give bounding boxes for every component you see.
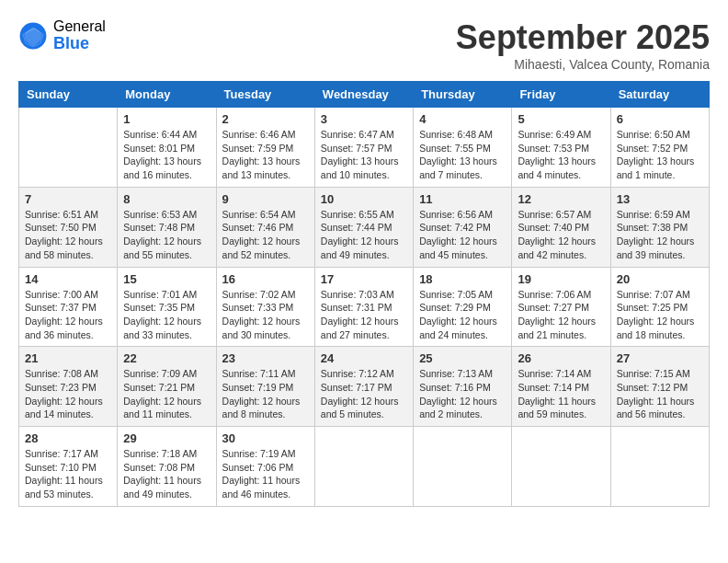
day-number: 22 [123, 351, 210, 365]
day-info: Sunrise: 6:51 AM Sunset: 7:50 PM Dayligh… [25, 208, 111, 262]
day-info: Sunrise: 6:46 AM Sunset: 7:59 PM Dayligh… [222, 128, 309, 182]
day-number: 5 [518, 112, 604, 126]
calendar-cell [19, 108, 118, 188]
day-number: 30 [222, 431, 309, 445]
day-info: Sunrise: 6:47 AM Sunset: 7:57 PM Dayligh… [321, 128, 407, 182]
day-info: Sunrise: 7:05 AM Sunset: 7:29 PM Dayligh… [419, 288, 506, 342]
day-number: 24 [321, 351, 407, 365]
day-number: 6 [617, 112, 703, 126]
day-info: Sunrise: 7:02 AM Sunset: 7:33 PM Dayligh… [222, 288, 309, 342]
location: Mihaesti, Valcea County, Romania [456, 57, 710, 72]
calendar-cell: 24Sunrise: 7:12 AM Sunset: 7:17 PM Dayli… [314, 347, 413, 427]
day-info: Sunrise: 6:59 AM Sunset: 7:38 PM Dayligh… [617, 208, 703, 262]
calendar-cell [414, 427, 512, 507]
day-info: Sunrise: 7:17 AM Sunset: 7:10 PM Dayligh… [25, 447, 111, 501]
day-number: 9 [222, 192, 309, 206]
day-info: Sunrise: 6:54 AM Sunset: 7:46 PM Dayligh… [222, 208, 309, 262]
calendar-cell [314, 427, 413, 507]
day-number: 13 [617, 192, 703, 206]
day-number: 29 [123, 431, 210, 445]
day-number: 10 [321, 192, 407, 206]
calendar-cell: 6Sunrise: 6:50 AM Sunset: 7:52 PM Daylig… [610, 108, 709, 188]
day-number: 17 [321, 272, 407, 286]
day-info: Sunrise: 7:11 AM Sunset: 7:19 PM Dayligh… [222, 367, 309, 421]
calendar-cell: 29Sunrise: 7:18 AM Sunset: 7:08 PM Dayli… [118, 427, 216, 507]
day-number: 14 [25, 272, 111, 286]
calendar-week-row: 14Sunrise: 7:00 AM Sunset: 7:37 PM Dayli… [19, 267, 710, 347]
day-header-sunday: Sunday [19, 82, 118, 108]
calendar-cell: 3Sunrise: 6:47 AM Sunset: 7:57 PM Daylig… [314, 108, 413, 188]
calendar-week-row: 1Sunrise: 6:44 AM Sunset: 8:01 PM Daylig… [19, 108, 710, 188]
day-header-tuesday: Tuesday [216, 82, 314, 108]
calendar-week-row: 21Sunrise: 7:08 AM Sunset: 7:23 PM Dayli… [19, 347, 710, 427]
logo-blue: Blue [53, 35, 106, 53]
day-number: 4 [419, 112, 506, 126]
day-header-saturday: Saturday [610, 82, 709, 108]
day-info: Sunrise: 6:48 AM Sunset: 7:55 PM Dayligh… [419, 128, 506, 182]
day-number: 12 [518, 192, 604, 206]
day-number: 26 [518, 351, 604, 365]
day-header-monday: Monday [118, 82, 216, 108]
calendar-cell: 26Sunrise: 7:14 AM Sunset: 7:14 PM Dayli… [512, 347, 610, 427]
calendar-header-row: SundayMondayTuesdayWednesdayThursdayFrid… [19, 82, 710, 108]
day-info: Sunrise: 7:13 AM Sunset: 7:16 PM Dayligh… [419, 367, 506, 421]
calendar-cell: 8Sunrise: 6:53 AM Sunset: 7:48 PM Daylig… [118, 187, 216, 267]
calendar-cell: 27Sunrise: 7:15 AM Sunset: 7:12 PM Dayli… [610, 347, 709, 427]
day-header-friday: Friday [512, 82, 610, 108]
day-number: 15 [123, 272, 210, 286]
day-info: Sunrise: 7:08 AM Sunset: 7:23 PM Dayligh… [25, 367, 111, 421]
calendar-cell [512, 427, 610, 507]
day-info: Sunrise: 7:12 AM Sunset: 7:17 PM Dayligh… [321, 367, 407, 421]
day-info: Sunrise: 6:56 AM Sunset: 7:42 PM Dayligh… [419, 208, 506, 262]
calendar-cell: 18Sunrise: 7:05 AM Sunset: 7:29 PM Dayli… [414, 267, 512, 347]
day-info: Sunrise: 7:09 AM Sunset: 7:21 PM Dayligh… [123, 367, 210, 421]
logo-icon [18, 21, 48, 51]
day-number: 18 [419, 272, 506, 286]
calendar-cell: 13Sunrise: 6:59 AM Sunset: 7:38 PM Dayli… [610, 187, 709, 267]
day-info: Sunrise: 7:19 AM Sunset: 7:06 PM Dayligh… [222, 447, 309, 501]
day-number: 1 [123, 112, 210, 126]
calendar-cell: 25Sunrise: 7:13 AM Sunset: 7:16 PM Dayli… [414, 347, 512, 427]
calendar-cell: 14Sunrise: 7:00 AM Sunset: 7:37 PM Dayli… [19, 267, 118, 347]
calendar-cell: 16Sunrise: 7:02 AM Sunset: 7:33 PM Dayli… [216, 267, 314, 347]
day-info: Sunrise: 6:57 AM Sunset: 7:40 PM Dayligh… [518, 208, 604, 262]
calendar-cell: 10Sunrise: 6:55 AM Sunset: 7:44 PM Dayli… [314, 187, 413, 267]
page-header: General Blue September 2025 Mihaesti, Va… [18, 18, 710, 72]
day-info: Sunrise: 6:55 AM Sunset: 7:44 PM Dayligh… [321, 208, 407, 262]
day-info: Sunrise: 6:49 AM Sunset: 7:53 PM Dayligh… [518, 128, 604, 182]
logo-general: General [53, 18, 106, 35]
day-info: Sunrise: 7:00 AM Sunset: 7:37 PM Dayligh… [25, 288, 111, 342]
day-info: Sunrise: 6:44 AM Sunset: 8:01 PM Dayligh… [123, 128, 210, 182]
day-header-wednesday: Wednesday [314, 82, 413, 108]
calendar-week-row: 7Sunrise: 6:51 AM Sunset: 7:50 PM Daylig… [19, 187, 710, 267]
calendar-cell: 30Sunrise: 7:19 AM Sunset: 7:06 PM Dayli… [216, 427, 314, 507]
day-info: Sunrise: 7:07 AM Sunset: 7:25 PM Dayligh… [617, 288, 703, 342]
calendar-cell [610, 427, 709, 507]
calendar-cell: 23Sunrise: 7:11 AM Sunset: 7:19 PM Dayli… [216, 347, 314, 427]
calendar-cell: 1Sunrise: 6:44 AM Sunset: 8:01 PM Daylig… [118, 108, 216, 188]
calendar-cell: 15Sunrise: 7:01 AM Sunset: 7:35 PM Dayli… [118, 267, 216, 347]
calendar-cell: 11Sunrise: 6:56 AM Sunset: 7:42 PM Dayli… [414, 187, 512, 267]
day-info: Sunrise: 6:50 AM Sunset: 7:52 PM Dayligh… [617, 128, 703, 182]
day-number: 27 [617, 351, 703, 365]
calendar-cell: 22Sunrise: 7:09 AM Sunset: 7:21 PM Dayli… [118, 347, 216, 427]
calendar-cell: 19Sunrise: 7:06 AM Sunset: 7:27 PM Dayli… [512, 267, 610, 347]
logo: General Blue [18, 18, 106, 52]
calendar-cell: 2Sunrise: 6:46 AM Sunset: 7:59 PM Daylig… [216, 108, 314, 188]
day-number: 8 [123, 192, 210, 206]
day-number: 19 [518, 272, 604, 286]
day-number: 11 [419, 192, 506, 206]
calendar-cell: 21Sunrise: 7:08 AM Sunset: 7:23 PM Dayli… [19, 347, 118, 427]
day-number: 23 [222, 351, 309, 365]
day-number: 3 [321, 112, 407, 126]
day-info: Sunrise: 7:18 AM Sunset: 7:08 PM Dayligh… [123, 447, 210, 501]
day-info: Sunrise: 7:01 AM Sunset: 7:35 PM Dayligh… [123, 288, 210, 342]
calendar-cell: 28Sunrise: 7:17 AM Sunset: 7:10 PM Dayli… [19, 427, 118, 507]
day-info: Sunrise: 7:14 AM Sunset: 7:14 PM Dayligh… [518, 367, 604, 421]
day-number: 16 [222, 272, 309, 286]
calendar-cell: 17Sunrise: 7:03 AM Sunset: 7:31 PM Dayli… [314, 267, 413, 347]
calendar: SundayMondayTuesdayWednesdayThursdayFrid… [18, 81, 710, 507]
day-number: 2 [222, 112, 309, 126]
day-number: 7 [25, 192, 111, 206]
day-number: 21 [25, 351, 111, 365]
